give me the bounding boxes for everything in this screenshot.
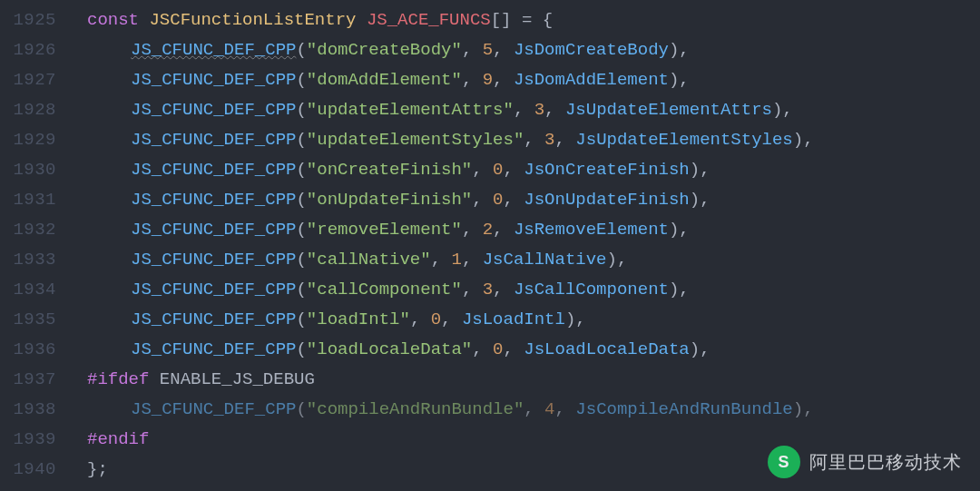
watermark-text: 阿里巴巴移动技术 [809,447,962,477]
watermark: S 阿里巴巴移动技术 [768,446,962,478]
line-number: 1938 [0,395,65,425]
line-number: 1929 [0,125,65,155]
code-line[interactable]: JS_CFUNC_DEF_CPP("domAddElement", 9, JsD… [65,65,980,95]
line-number: 1930 [0,155,65,185]
code-line[interactable]: JS_CFUNC_DEF_CPP("removeElement", 2, JsR… [65,215,980,245]
line-number: 1932 [0,215,65,245]
line-number: 1937 [0,365,65,395]
line-number: 1926 [0,35,65,65]
line-number: 1935 [0,305,65,335]
line-number: 1933 [0,245,65,275]
line-number: 1934 [0,275,65,305]
code-line[interactable]: JS_CFUNC_DEF_CPP("updateElementAttrs", 3… [65,95,980,125]
code-editor[interactable]: 1925192619271928192919301931193219331934… [0,0,980,491]
code-line[interactable]: JS_CFUNC_DEF_CPP("callComponent", 3, JsC… [65,275,980,305]
code-line[interactable]: JS_CFUNC_DEF_CPP("callNative", 1, JsCall… [65,245,980,275]
code-line[interactable]: JS_CFUNC_DEF_CPP("compileAndRunBundle", … [65,395,980,425]
line-number: 1936 [0,335,65,365]
code-line[interactable]: #ifdef ENABLE_JS_DEBUG [65,365,980,395]
line-number: 1928 [0,95,65,125]
code-line[interactable]: JS_CFUNC_DEF_CPP("loadIntl", 0, JsLoadIn… [65,305,980,335]
code-area[interactable]: const JSCFunctionListEntry JS_ACE_FUNCS[… [65,0,980,491]
line-number: 1939 [0,425,65,455]
line-number: 1925 [0,5,65,35]
line-number: 1940 [0,455,65,485]
line-number-gutter: 1925192619271928192919301931193219331934… [0,0,65,491]
line-number: 1931 [0,185,65,215]
code-line[interactable]: const JSCFunctionListEntry JS_ACE_FUNCS[… [65,5,980,35]
code-line[interactable]: JS_CFUNC_DEF_CPP("onUpdateFinish", 0, Js… [65,185,980,215]
code-line[interactable]: JS_CFUNC_DEF_CPP("domCreateBody", 5, JsD… [65,35,980,65]
code-line[interactable]: JS_CFUNC_DEF_CPP("loadLocaleData", 0, Js… [65,335,980,365]
line-number: 1927 [0,65,65,95]
wechat-logo-icon: S [768,446,800,478]
code-line[interactable]: JS_CFUNC_DEF_CPP("onCreateFinish", 0, Js… [65,155,980,185]
code-line[interactable]: JS_CFUNC_DEF_CPP("updateElementStyles", … [65,125,980,155]
